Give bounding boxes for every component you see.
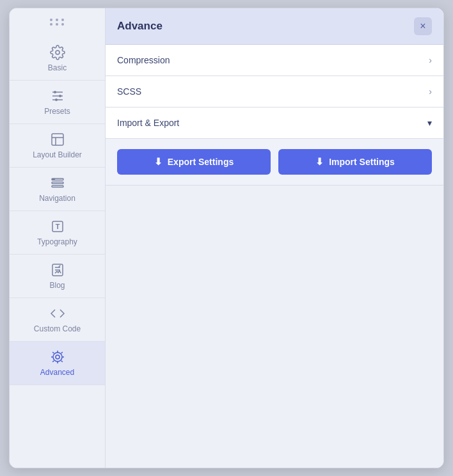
export-settings-button[interactable]: ⬇ Export Settings <box>117 149 271 175</box>
main-panel: Advance × Compression › SCSS › Import & … <box>106 8 443 468</box>
blog-icon <box>50 262 65 278</box>
import-export-label: Import & Export <box>117 118 179 128</box>
import-settings-button[interactable]: ⬇ Import Settings <box>278 149 432 175</box>
sliders-icon <box>50 88 65 104</box>
svg-rect-12 <box>52 186 63 187</box>
code-icon <box>50 306 65 321</box>
panel-empty-area <box>106 186 443 377</box>
svg-rect-7 <box>52 134 63 145</box>
gear-icon <box>50 45 65 60</box>
sidebar: Basic Presets Layout Builder <box>10 8 106 468</box>
close-button[interactable]: × <box>414 17 432 35</box>
panel-body: Compression › SCSS › Import & Export ▾ ⬇… <box>106 45 443 468</box>
sidebar-item-label-typography: Typography <box>37 237 77 246</box>
svg-rect-11 <box>52 182 63 184</box>
sidebar-item-label-custom-code: Custom Code <box>34 324 81 333</box>
sidebar-item-layout-builder[interactable]: Layout Builder <box>10 124 105 168</box>
sidebar-item-blog[interactable]: Blog <box>10 255 105 298</box>
sidebar-item-label-advanced: Advanced <box>40 368 74 377</box>
compression-chevron-right-icon: › <box>429 55 432 65</box>
panel-header: Advance × <box>106 8 443 45</box>
svg-point-19 <box>56 355 60 359</box>
sidebar-item-label-blog: Blog <box>49 281 65 290</box>
sidebar-item-navigation[interactable]: Navigation <box>10 168 105 211</box>
sidebar-item-label-navigation: Navigation <box>39 194 76 203</box>
compression-label: Compression <box>117 55 170 65</box>
typography-icon: T <box>50 219 65 234</box>
svg-point-4 <box>54 91 56 93</box>
advanced-icon <box>50 349 65 365</box>
export-icon: ⬇ <box>154 156 163 168</box>
drag-handle <box>50 19 65 26</box>
import-export-buttons: ⬇ Export Settings ⬇ Import Settings <box>106 139 443 186</box>
export-settings-label: Export Settings <box>168 157 234 167</box>
scss-menu-item[interactable]: SCSS › <box>106 76 443 107</box>
layout-icon <box>50 132 65 147</box>
sidebar-item-label-basic: Basic <box>48 63 67 72</box>
import-settings-label: Import Settings <box>329 157 395 167</box>
svg-rect-13 <box>52 178 55 180</box>
svg-point-20 <box>53 353 62 361</box>
sidebar-item-advanced[interactable]: Advanced <box>10 342 105 385</box>
svg-text:T: T <box>55 223 60 230</box>
sidebar-item-typography[interactable]: T Typography <box>10 211 105 255</box>
sidebar-item-basic[interactable]: Basic <box>10 37 105 81</box>
scss-chevron-right-icon: › <box>429 86 432 97</box>
panel-title: Advance <box>117 20 163 33</box>
sidebar-item-custom-code[interactable]: Custom Code <box>10 298 105 342</box>
import-icon: ⬇ <box>315 156 324 168</box>
app-container: Basic Presets Layout Builder <box>9 8 444 468</box>
sidebar-item-label-layout: Layout Builder <box>33 150 82 159</box>
svg-point-5 <box>59 95 61 97</box>
svg-point-0 <box>56 51 60 54</box>
import-export-menu-item[interactable]: Import & Export ▾ <box>106 107 443 139</box>
scss-label: SCSS <box>117 86 141 97</box>
sidebar-item-label-presets: Presets <box>44 107 70 116</box>
navigation-icon <box>50 175 65 191</box>
svg-point-6 <box>55 99 58 101</box>
sidebar-item-presets[interactable]: Presets <box>10 81 105 124</box>
compression-menu-item[interactable]: Compression › <box>106 45 443 76</box>
import-export-chevron-down-icon: ▾ <box>427 118 432 128</box>
